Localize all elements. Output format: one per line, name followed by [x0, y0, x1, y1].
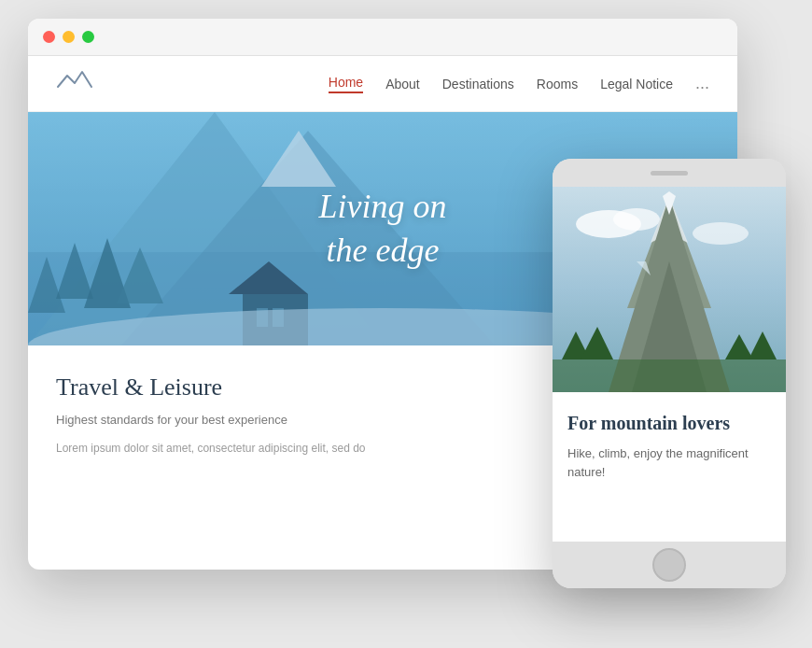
mobile-card-title: For mountain lovers	[567, 411, 771, 435]
nav-more[interactable]: ...	[695, 74, 709, 93]
site-logo	[56, 68, 93, 100]
nav-legal-notice[interactable]: Legal Notice	[600, 77, 673, 92]
minimize-button[interactable]	[63, 31, 75, 43]
nav-about[interactable]: About	[385, 77, 420, 92]
maximize-button[interactable]	[82, 31, 94, 43]
nav-destinations[interactable]: Destinations	[442, 77, 514, 92]
hero-title: Living on the edge	[318, 185, 446, 273]
scene: Home About Destinations Rooms Legal Noti…	[0, 0, 812, 648]
close-button[interactable]	[43, 31, 55, 43]
nav-home[interactable]: Home	[329, 75, 363, 93]
content-body: Lorem ipsum dolor sit amet, consectetur …	[56, 440, 551, 457]
mobile-browser: For mountain lovers Hike, climb, enjoy t…	[553, 159, 786, 588]
mobile-bottom-bar	[553, 542, 786, 588]
svg-point-24	[693, 222, 749, 245]
site-navbar: Home About Destinations Rooms Legal Noti…	[28, 56, 737, 112]
browser-chrome	[28, 19, 737, 56]
mobile-speaker	[651, 171, 688, 176]
content-subtitle: Highest standards for your best experien…	[56, 413, 551, 427]
mobile-card-text: Hike, climb, enjoy the magnificent natur…	[567, 444, 771, 481]
mobile-card: For mountain lovers Hike, climb, enjoy t…	[553, 396, 786, 496]
nav-rooms[interactable]: Rooms	[537, 77, 578, 92]
svg-rect-31	[553, 359, 786, 392]
mobile-content: For mountain lovers Hike, climb, enjoy t…	[553, 187, 786, 542]
svg-point-23	[613, 208, 660, 231]
logo-icon	[56, 68, 93, 100]
content-title: Travel & Leisure	[56, 373, 551, 401]
mobile-top-bar	[553, 159, 786, 187]
site-nav: Home About Destinations Rooms Legal Noti…	[329, 74, 709, 93]
content-left: Travel & Leisure Highest standards for y…	[56, 373, 551, 486]
mobile-home-button[interactable]	[652, 548, 686, 582]
